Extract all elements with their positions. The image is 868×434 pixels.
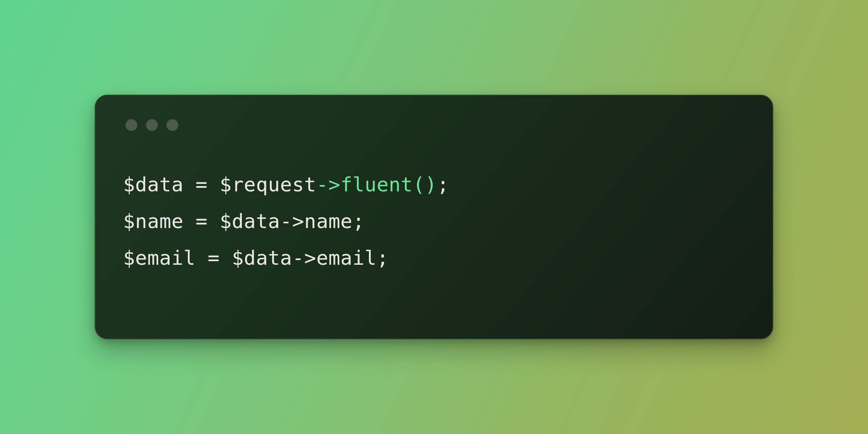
window-close-icon[interactable] — [125, 119, 137, 131]
code-window: $data = $request->fluent(); $name = $dat… — [95, 95, 773, 339]
window-traffic-lights — [125, 119, 745, 131]
code-token: () — [413, 173, 437, 196]
code-token: $email = $data->email; — [123, 247, 389, 269]
code-block: $data = $request->fluent(); $name = $dat… — [123, 166, 745, 277]
window-zoom-icon[interactable] — [166, 119, 178, 131]
code-token: $data = $request — [123, 173, 316, 196]
code-token: $name = $data->name; — [123, 210, 365, 233]
code-token: fluent — [340, 173, 413, 196]
code-token: -> — [316, 173, 340, 196]
window-minimize-icon[interactable] — [146, 119, 158, 131]
code-token: ; — [437, 173, 449, 196]
